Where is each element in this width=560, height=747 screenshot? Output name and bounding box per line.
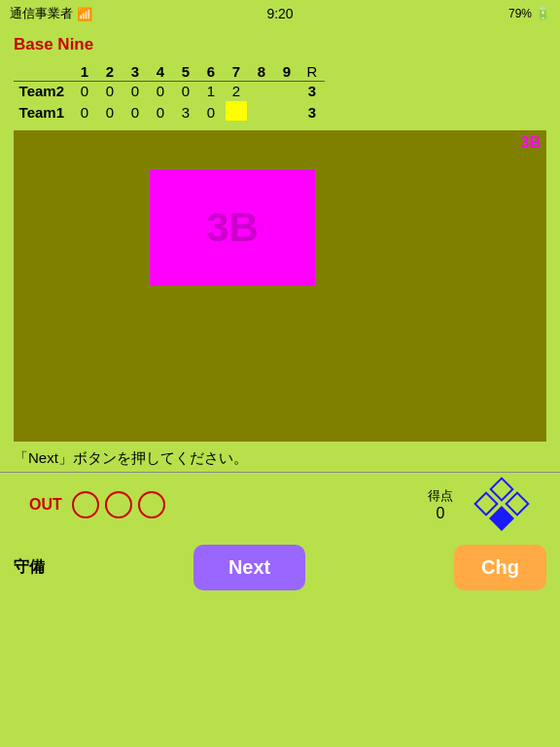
team2-inn1: 0: [72, 82, 97, 101]
team1-row: Team1 0 0 0 0 3 0 3: [14, 100, 325, 124]
team1-inn5: 3: [173, 100, 198, 124]
team1-inn1: 0: [72, 100, 97, 124]
team2-inn5: 0: [173, 82, 198, 101]
inning-8-header: 8: [249, 62, 274, 82]
team2-inn4: 0: [148, 82, 173, 101]
inning-9-header: 9: [274, 62, 299, 82]
bottom-row: 守備 Next Chg: [0, 537, 560, 598]
inning-7-header: 7: [224, 62, 249, 82]
team2-inn9: [274, 82, 299, 101]
team-col-header: [14, 62, 72, 82]
out-circle-1: [72, 491, 99, 518]
team2-inn2: 0: [97, 82, 122, 101]
time-display: 9:20: [266, 6, 293, 21]
out-circle-3: [138, 491, 165, 518]
inning-3-header: 3: [122, 62, 148, 82]
out-label: OUT: [29, 496, 62, 514]
team1-inn2: 0: [97, 100, 122, 124]
r-header: R: [299, 62, 325, 82]
scoreboard: 1 2 3 4 5 6 7 8 9 R Team2 0 0 0 0 0 1 2: [0, 58, 560, 130]
field-corner-label: 3B: [521, 134, 541, 152]
status-message: 「Next」ボタンを押してください。: [0, 442, 560, 473]
team2-label: Team2: [14, 82, 72, 101]
score-section: 得点 0: [428, 487, 453, 522]
team2-inn7: 2: [224, 82, 249, 101]
inning-5-header: 5: [173, 62, 198, 82]
team1-r: 3: [299, 100, 325, 124]
battery-label: 79%: [508, 7, 532, 20]
team1-inn7-current: [224, 100, 249, 124]
field-area: 3B 3B: [14, 130, 546, 442]
team1-label: Team1: [14, 100, 72, 124]
team2-inn3: 0: [122, 82, 148, 101]
wifi-icon: 📶: [77, 7, 92, 21]
chg-button[interactable]: Chg: [454, 545, 546, 590]
team2-row: Team2 0 0 0 0 0 1 2 3: [14, 82, 325, 101]
inning-6-header: 6: [198, 62, 224, 82]
bases-diamond: [472, 480, 531, 529]
out-circle-2: [105, 491, 132, 518]
score-label: 得点: [428, 487, 453, 505]
next-button[interactable]: Next: [193, 545, 305, 590]
base-3b-label: 3B: [206, 204, 259, 251]
out-section: OUT: [29, 491, 165, 518]
carrier-info: 通信事業者 📶: [10, 5, 92, 22]
inning-4-header: 4: [148, 62, 173, 82]
team2-inn6: 1: [198, 82, 224, 101]
team1-inn3: 0: [122, 100, 148, 124]
battery-icon: 🔋: [536, 7, 550, 20]
battery-info: 79% 🔋: [508, 7, 550, 20]
inning-1-header: 1: [72, 62, 97, 82]
team1-inn4: 0: [148, 100, 173, 124]
inning-2-header: 2: [97, 62, 122, 82]
carrier-label: 通信事業者: [10, 5, 73, 22]
score-value: 0: [437, 505, 445, 522]
team2-r: 3: [299, 82, 325, 101]
team2-inn8: [249, 82, 274, 101]
team1-inn9: [274, 100, 299, 124]
team1-inn6: 0: [198, 100, 224, 124]
base-3b-box: 3B: [150, 169, 315, 286]
out-score-row: OUT 得点 0: [0, 473, 560, 537]
status-bar: 通信事業者 📶 9:20 79% 🔋: [0, 0, 560, 27]
app-title: Base Nine: [0, 27, 560, 58]
team1-inn8: [249, 100, 274, 124]
defense-label: 守備: [14, 557, 45, 578]
